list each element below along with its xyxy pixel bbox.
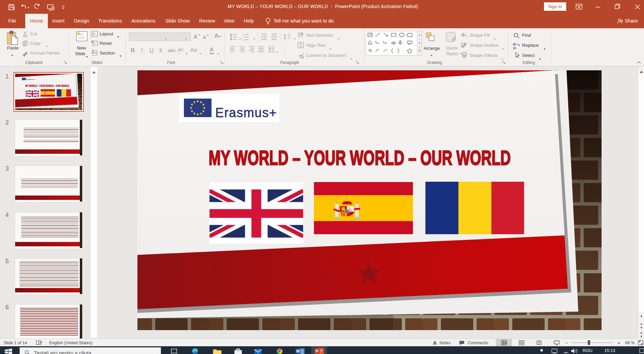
svg-text:P: P bbox=[316, 349, 318, 354]
svg-text:2: 2 bbox=[243, 36, 244, 38]
svg-text:3: 3 bbox=[243, 39, 244, 41]
svg-text:MY WORLD – YOUR WORLD – OUR WO: MY WORLD – YOUR WORLD – OUR WORLD bbox=[209, 146, 511, 169]
svg-text:ac: ac bbox=[513, 46, 517, 50]
svg-text:Erasmus+: Erasmus+ bbox=[215, 106, 277, 120]
svg-text:1: 1 bbox=[243, 33, 244, 36]
svg-text:ab: ab bbox=[513, 42, 517, 46]
svg-text:A: A bbox=[368, 33, 371, 36]
svg-text:W: W bbox=[296, 349, 300, 354]
